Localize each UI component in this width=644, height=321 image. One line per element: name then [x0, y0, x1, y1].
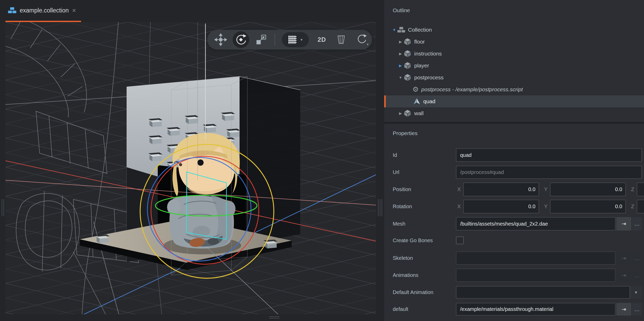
frustum-icon: [335, 33, 348, 46]
outline-item-quad[interactable]: quad: [384, 95, 644, 107]
rotate-icon: [234, 33, 248, 46]
mesh-resource-field[interactable]: [456, 217, 616, 231]
default-material-resource-field[interactable]: [456, 303, 616, 316]
collection-icon: [397, 26, 405, 33]
dropdown-button[interactable]: ▼: [629, 286, 642, 299]
property-row-default-animation: Default Animation ▼: [393, 286, 642, 299]
close-icon[interactable]: ×: [72, 7, 76, 14]
panel-divider: [384, 122, 644, 124]
outline-item-player[interactable]: ▶ player: [384, 60, 644, 72]
frustum-button[interactable]: [333, 31, 349, 48]
move-tool-button[interactable]: [212, 31, 229, 48]
left-splitter[interactable]: [0, 0, 5, 321]
chevron-down-icon: ▼: [300, 38, 303, 42]
property-row-skeleton: Skeleton ⇥ …: [393, 252, 642, 265]
chevron-down-icon: ▼: [634, 290, 638, 295]
outline-item-postprocess-script[interactable]: ⚙ postprocess - /example/postprocess.scr…: [384, 83, 644, 95]
editor-tabbar: example.collection ×: [5, 0, 376, 22]
browse-resource-button[interactable]: …: [632, 269, 642, 282]
outline-item-collection[interactable]: ▼ Collection: [384, 24, 644, 36]
property-row-id: Id: [393, 148, 642, 162]
property-row-rotation: Rotation X Y Z: [393, 200, 642, 213]
scale-tool-button[interactable]: [253, 31, 269, 48]
script-icon: ⚙: [412, 85, 419, 94]
expand-arrow-icon[interactable]: ▶: [397, 64, 404, 68]
id-field[interactable]: [456, 148, 642, 162]
outline-item-postprocess[interactable]: ▼ postprocess: [384, 72, 644, 83]
skeleton-resource-field[interactable]: [456, 252, 616, 265]
grid-settings-button[interactable]: ▼: [282, 32, 309, 47]
vertical-splitter[interactable]: [376, 0, 384, 321]
open-resource-button[interactable]: ⇥: [616, 217, 631, 231]
game-object-icon: [404, 73, 411, 82]
defold-editor-window: example.collection ×: [0, 0, 644, 321]
property-row-mesh: Mesh ⇥ …: [393, 217, 642, 231]
scene-toolbar: ▼ 2D ▼: [207, 30, 372, 50]
grid-icon: [288, 35, 297, 45]
camera-reset-button[interactable]: ▼: [354, 31, 370, 48]
rotation-y-field[interactable]: [550, 200, 626, 213]
toolbar-divider: [275, 34, 275, 45]
collection-icon: [8, 7, 16, 14]
scene-3d-viewport[interactable]: ▼ 2D ▼: [5, 22, 376, 321]
character-eye: [197, 159, 204, 166]
animations-resource-field[interactable]: [456, 269, 616, 282]
open-resource-button: ⇥: [616, 252, 631, 265]
properties-title: Properties: [393, 130, 418, 136]
browse-resource-button[interactable]: …: [632, 217, 642, 231]
property-row-animations: Animations ⇥ …: [393, 269, 642, 282]
expand-arrow-icon[interactable]: ▼: [391, 28, 397, 32]
position-z-field[interactable]: [637, 183, 644, 196]
outline-item-wall[interactable]: ▶ wall: [384, 107, 644, 119]
create-go-bones-checkbox[interactable]: [456, 236, 464, 244]
rotation-x-field[interactable]: [463, 200, 539, 213]
scene-3d-canvas[interactable]: [5, 22, 376, 321]
rotate-tool-button[interactable]: [233, 31, 249, 48]
game-object-icon: [404, 38, 411, 46]
property-row-default-material: default ⇥ …: [393, 303, 642, 316]
2d-mode-button[interactable]: 2D: [318, 36, 326, 43]
property-row-create-go-bones: Create Go Bones: [393, 235, 642, 246]
property-row-url: Url: [393, 166, 642, 179]
outline-item-floor[interactable]: ▶ floor: [384, 36, 644, 48]
game-object-icon: [404, 109, 411, 117]
property-row-position: Position X Y Z: [393, 183, 642, 196]
mesh-icon: [413, 98, 420, 105]
browse-resource-button[interactable]: …: [632, 252, 642, 265]
tab-title: example.collection: [20, 7, 69, 14]
outline-title: Outline: [393, 7, 410, 13]
tab-example-collection[interactable]: example.collection ×: [5, 0, 81, 21]
position-x-field[interactable]: [463, 183, 539, 196]
right-panel: Outline ▼ Collection ▶ floor ▶: [384, 0, 644, 321]
expand-arrow-icon[interactable]: ▶: [397, 40, 404, 44]
game-object-icon: [404, 50, 411, 58]
expand-arrow-icon[interactable]: ▶: [397, 52, 404, 56]
url-field: [456, 166, 642, 179]
outline-item-instructions[interactable]: ▶ instructions: [384, 48, 644, 60]
bottom-splitter[interactable]: [5, 314, 376, 321]
scale-icon: [254, 33, 268, 46]
chevron-down-icon: ▼: [366, 43, 369, 46]
browse-resource-button[interactable]: …: [632, 303, 642, 316]
expand-arrow-icon[interactable]: ▼: [397, 75, 404, 80]
position-y-field[interactable]: [550, 183, 626, 196]
selection-indicator: [384, 95, 386, 107]
move-icon: [214, 33, 227, 46]
rotation-z-field[interactable]: [637, 200, 644, 213]
open-resource-button[interactable]: ⇥: [616, 303, 631, 316]
expand-arrow-icon[interactable]: ▶: [397, 111, 404, 115]
open-resource-button: ⇥: [616, 269, 631, 282]
default-animation-combobox[interactable]: [456, 286, 642, 299]
game-object-icon: [404, 61, 411, 70]
viewport-pane: example.collection ×: [5, 0, 376, 321]
